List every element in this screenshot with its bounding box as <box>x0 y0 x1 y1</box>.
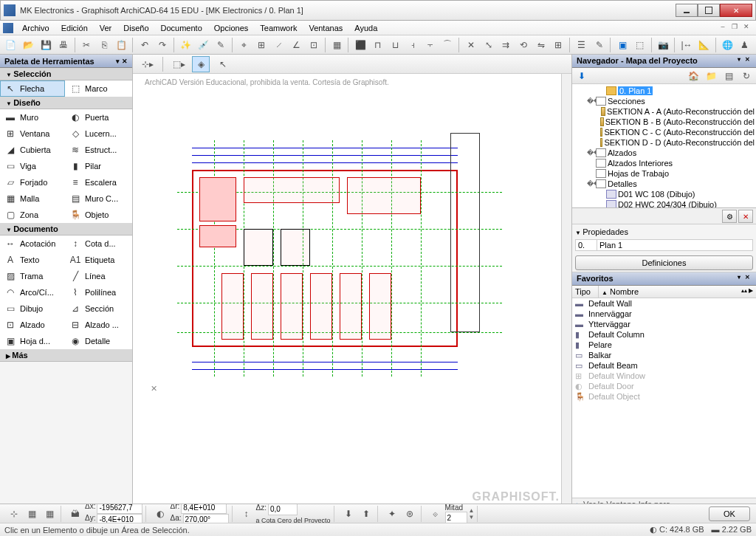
tree-item[interactable]: ��Alzados <box>574 148 755 158</box>
tool-cubierta[interactable]: ◢Cubierta <box>0 142 65 158</box>
wall-tool-icon[interactable]: ⬛ <box>352 37 368 53</box>
tool-pilar[interactable]: ▮Pilar <box>65 158 130 174</box>
tool-lucern[interactable]: ◇Lucern... <box>65 126 130 142</box>
cut-icon[interactable]: ✂ <box>79 37 95 53</box>
rotate-icon[interactable]: ⟲ <box>515 37 532 53</box>
mdi-restore[interactable]: ❐ <box>729 23 740 33</box>
tool-polilnea[interactable]: ⌇Polilínea <box>65 284 130 300</box>
elevation-icon[interactable]: 🏔 <box>67 506 83 522</box>
fav-item[interactable]: ▮Pelare <box>572 340 756 350</box>
tool-lnea[interactable]: ╱Línea <box>65 268 130 284</box>
tool-puerta[interactable]: ◐Puerta <box>65 109 130 126</box>
delete-icon[interactable]: ✕ <box>738 210 753 223</box>
open-icon[interactable]: 📂 <box>21 37 37 53</box>
fav-item[interactable]: ▭Balkar <box>572 350 756 360</box>
nav-map-icon[interactable]: 🏠 <box>685 68 701 84</box>
snap-guides-icon[interactable]: ✦ <box>384 506 400 522</box>
props-header[interactable]: Propiedades <box>575 226 753 238</box>
mitad-input[interactable] <box>445 512 467 523</box>
tree-item[interactable]: SEKTION C - C (Auto-Reconstrucción del <box>574 127 755 137</box>
new-icon[interactable]: 📄 <box>3 37 19 53</box>
tool-alzado[interactable]: ⊟Alzado ... <box>65 317 130 333</box>
extend-icon[interactable]: ⊔ <box>388 37 404 53</box>
tree-item[interactable]: 0. Plan 1 <box>574 86 755 96</box>
menu-ver[interactable]: Ver <box>94 22 118 34</box>
menu-archivo[interactable]: Archivo <box>16 22 55 34</box>
dz-input[interactable] <box>268 504 298 515</box>
tool-ventana[interactable]: ⊞Ventana <box>0 126 65 142</box>
intersect-icon[interactable]: ✕ <box>463 37 479 53</box>
favorites-controls[interactable]: ▾ ✕ <box>738 274 752 284</box>
gravity-icon[interactable]: ⬇ <box>340 506 357 522</box>
fav-item[interactable]: ▮Default Column <box>572 329 756 340</box>
nav-publisher-icon[interactable]: ↻ <box>738 68 755 84</box>
menu-ayuda[interactable]: Ayuda <box>348 22 383 34</box>
fav-item[interactable]: ⊞Default Window <box>572 371 756 381</box>
constraint-icon[interactable]: ⊡ <box>306 37 322 53</box>
mdi-minimize[interactable]: – <box>718 23 728 33</box>
ruler-icon[interactable]: |↔ <box>678 37 695 53</box>
tree-toggle-icon[interactable]: �� <box>587 149 594 157</box>
fav-item[interactable]: ▭Default Beam <box>572 360 756 371</box>
dx-input[interactable] <box>97 504 142 514</box>
menu-teamwork[interactable]: Teamwork <box>254 22 303 34</box>
tree-item[interactable]: Alzados Interiores <box>574 158 755 168</box>
snap-icon[interactable]: ⌖ <box>236 37 252 53</box>
menu-edicion[interactable]: Edición <box>55 22 94 34</box>
array-icon[interactable]: ⊞ <box>550 37 566 53</box>
tool-dibujo[interactable]: ▭Dibujo <box>0 300 65 317</box>
redo-icon[interactable]: ↷ <box>154 37 171 53</box>
tool-estruct[interactable]: ≋Estruct... <box>65 142 130 158</box>
perspective-icon[interactable]: ⬚ <box>632 37 648 53</box>
mdi-close[interactable]: ✕ <box>741 23 752 33</box>
da-input[interactable] <box>183 514 229 523</box>
tool-etiqueta[interactable]: A1Etiqueta <box>65 252 130 268</box>
save-icon[interactable]: 💾 <box>38 37 54 53</box>
view3d-icon[interactable]: ▣ <box>614 37 630 53</box>
menu-documento[interactable]: Documento <box>155 22 208 34</box>
copy-icon[interactable]: ⎘ <box>96 37 112 53</box>
tool-trama[interactable]: ▨Trama <box>0 268 65 284</box>
tool-cotad[interactable]: ↕Cota d... <box>65 236 130 252</box>
section-documento[interactable]: Documento <box>0 223 132 236</box>
grid-toggle-icon[interactable]: ▦ <box>24 506 40 522</box>
tool-viga[interactable]: ▭Viga <box>0 158 65 174</box>
settings-icon[interactable]: ⚙ <box>722 210 737 223</box>
nav-project-icon[interactable]: ⬇ <box>574 68 590 84</box>
split-icon[interactable]: ⫞ <box>405 37 421 53</box>
resize-icon[interactable]: ⤡ <box>481 37 497 53</box>
tool-zona[interactable]: ▢Zona <box>0 207 65 223</box>
tree-toggle-icon[interactable]: �� <box>587 180 594 188</box>
tool-alzado[interactable]: ⊡Alzado <box>0 317 65 333</box>
paste-icon[interactable]: 📋 <box>114 37 130 53</box>
nav-layout-icon[interactable]: ▤ <box>721 68 737 84</box>
close-tab-icon[interactable]: ✕ <box>151 384 157 394</box>
nav-viewmap-icon[interactable]: 📁 <box>703 68 719 84</box>
tree-item[interactable]: Hojas de Trabajo <box>574 168 755 179</box>
syringe-icon[interactable]: ✎ <box>213 37 229 53</box>
tool-malla[interactable]: ▦Malla <box>0 190 65 207</box>
tool-muroc[interactable]: ▤Muro C... <box>65 190 130 207</box>
magic-wand-icon[interactable]: ✨ <box>178 37 194 53</box>
tree-item[interactable]: SEKTION B - B (Auto-Reconstrucción del <box>574 117 755 127</box>
minimize-button[interactable] <box>676 4 698 17</box>
offset-icon[interactable]: ⇉ <box>498 37 515 53</box>
origin-icon[interactable]: ⊹▸ <box>139 56 157 72</box>
tool-objeto[interactable]: 🪑Objeto <box>65 207 130 223</box>
selection-mode-icon[interactable]: ◈ <box>192 56 210 72</box>
snap-toggle-icon[interactable]: ▦ <box>41 506 58 522</box>
tree-item[interactable]: ��Secciones <box>574 96 755 106</box>
trim-icon[interactable]: ⊓ <box>370 37 386 53</box>
prop-name[interactable]: Plan 1 <box>597 239 753 251</box>
fillet-icon[interactable]: ⌒ <box>440 37 456 53</box>
menu-ventanas[interactable]: Ventanas <box>303 22 348 34</box>
tree-item[interactable]: D02 HWC 204/304 (Dibujo) <box>574 199 755 208</box>
layers-icon[interactable]: ☰ <box>574 37 590 53</box>
pen-icon[interactable]: ✎ <box>591 37 608 53</box>
tool-acotacin[interactable]: ↔Acotación <box>0 236 65 252</box>
tool-marco[interactable]: ⬚Marco <box>65 80 130 97</box>
tree-item[interactable]: ��Detalles <box>574 179 755 189</box>
camera-icon[interactable]: 📷 <box>656 37 672 53</box>
relative-icon[interactable]: ⟐ <box>427 506 444 522</box>
fav-item[interactable]: ▬Default Wall <box>572 298 756 309</box>
